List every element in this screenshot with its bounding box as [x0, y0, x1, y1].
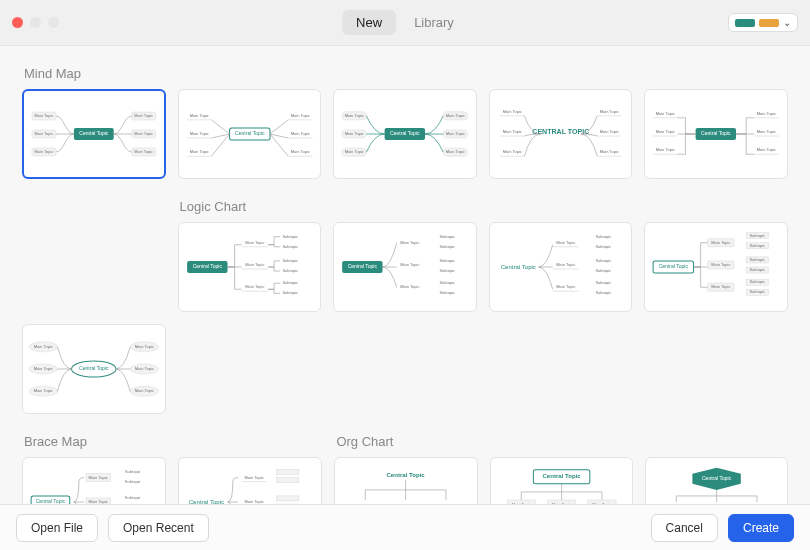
template-mind-map-4[interactable]: CENTRAL TOPIC Main Topic Main Topic Main… — [489, 89, 633, 179]
template-mind-map-2[interactable]: Central Topic Main Topic Main Topic Main… — [178, 89, 322, 179]
svg-text:Main Topic: Main Topic — [556, 240, 575, 245]
svg-text:Main Topic: Main Topic — [656, 147, 675, 152]
svg-text:Main Topic: Main Topic — [34, 113, 53, 118]
svg-text:Main Topic: Main Topic — [345, 131, 364, 136]
svg-text:Main Topic: Main Topic — [189, 113, 208, 118]
svg-text:Subtopic: Subtopic — [750, 279, 766, 284]
svg-text:Central Topic: Central Topic — [235, 130, 265, 136]
svg-text:Main Topic: Main Topic — [656, 111, 675, 116]
template-logic-chart-2[interactable]: Central Topic Main TopicMain TopicMain T… — [333, 222, 477, 312]
maximize-window-icon[interactable] — [48, 17, 59, 28]
template-mind-map-6[interactable]: Central Topic Main Topic Main Topic Main… — [22, 324, 166, 414]
svg-text:Central Topic: Central Topic — [387, 472, 426, 478]
svg-text:Main Topic: Main Topic — [502, 129, 521, 134]
svg-text:Central Topic: Central Topic — [79, 130, 108, 136]
svg-text:Main Topic: Main Topic — [556, 262, 575, 267]
svg-text:Main Topic: Main Topic — [135, 366, 154, 371]
svg-text:Main Topic: Main Topic — [245, 499, 264, 504]
template-logic-chart-3[interactable]: Central Topic Main Topic Main Topic Main… — [489, 222, 633, 312]
svg-text:Main Topic: Main Topic — [34, 344, 53, 349]
svg-text:Subtopic: Subtopic — [750, 267, 766, 272]
svg-text:Main Topic: Main Topic — [556, 284, 575, 289]
svg-text:Main Topic: Main Topic — [600, 149, 619, 154]
svg-text:Main Topic: Main Topic — [502, 109, 521, 114]
svg-text:Central Topic: Central Topic — [192, 263, 222, 269]
svg-text:Main Topic: Main Topic — [89, 475, 108, 480]
theme-picker[interactable]: ⌄ — [728, 13, 798, 32]
svg-text:Subtopic: Subtopic — [440, 280, 456, 285]
svg-text:CENTRAL TOPIC: CENTRAL TOPIC — [532, 128, 589, 135]
svg-rect-163 — [277, 478, 299, 483]
template-org-chart-2[interactable]: Central Topic Main Topic Main Topic Main… — [490, 457, 633, 504]
svg-text:Main Topic: Main Topic — [400, 284, 419, 289]
svg-text:Subtopic: Subtopic — [440, 258, 456, 263]
svg-text:Central Topic: Central Topic — [390, 130, 420, 136]
cancel-button[interactable]: Cancel — [651, 514, 718, 542]
svg-text:Main Topic: Main Topic — [134, 113, 153, 118]
svg-text:Subtopic: Subtopic — [750, 257, 766, 262]
svg-text:Main Topic: Main Topic — [757, 129, 776, 134]
svg-text:Main Topic: Main Topic — [189, 149, 208, 154]
svg-text:Main Topic: Main Topic — [245, 262, 264, 267]
svg-text:Subtopic: Subtopic — [595, 258, 611, 263]
mode-tabs: New Library — [342, 10, 468, 35]
svg-text:Main Topic: Main Topic — [446, 113, 465, 118]
svg-text:Main Topic: Main Topic — [135, 344, 154, 349]
template-brace-map-1[interactable]: Central Topic Main Topic Main Topic Main… — [22, 457, 166, 504]
template-brace-map-2[interactable]: Central Topic Main Topic Main Topic Main… — [178, 457, 322, 504]
template-mind-map-1[interactable]: Central Topic Main Topic Main Topic Main… — [22, 89, 166, 179]
svg-text:Main Topic: Main Topic — [290, 149, 309, 154]
svg-text:Central Topic: Central Topic — [348, 263, 378, 269]
create-button[interactable]: Create — [728, 514, 794, 542]
svg-text:Main Topic: Main Topic — [245, 240, 264, 245]
svg-text:Central Topic: Central Topic — [702, 130, 732, 136]
template-logic-chart-4[interactable]: Central Topic Main Topic Main Topic Main… — [644, 222, 788, 312]
svg-text:Main Topic: Main Topic — [290, 131, 309, 136]
svg-text:Subtopic: Subtopic — [282, 234, 298, 239]
section-org-chart-title: Org Chart — [336, 434, 788, 449]
template-logic-chart-1[interactable]: Central Topic Main Topic Main Topic Main… — [178, 222, 322, 312]
svg-text:Central Topic: Central Topic — [189, 498, 224, 504]
svg-text:Main Topic: Main Topic — [345, 149, 364, 154]
swatch-primary — [735, 19, 755, 27]
svg-text:Main Topic: Main Topic — [290, 113, 309, 118]
svg-text:Central Topic: Central Topic — [702, 475, 732, 481]
svg-text:Main Topic: Main Topic — [400, 262, 419, 267]
chevron-down-icon: ⌄ — [783, 17, 791, 28]
svg-text:Main Topic: Main Topic — [656, 129, 675, 134]
svg-text:Main Topic: Main Topic — [446, 149, 465, 154]
svg-text:Main Topic: Main Topic — [89, 499, 108, 504]
svg-text:Main Topic: Main Topic — [757, 147, 776, 152]
svg-text:Main Topic: Main Topic — [592, 502, 611, 504]
tab-new[interactable]: New — [342, 10, 396, 35]
svg-text:Subtopic: Subtopic — [595, 290, 611, 295]
svg-text:Main Topic: Main Topic — [34, 366, 53, 371]
svg-text:Main Topic: Main Topic — [396, 503, 415, 504]
template-mind-map-3[interactable]: Central Topic Main Topic Main Topic Main… — [333, 89, 477, 179]
template-org-chart-1[interactable]: Central Topic Main TopicMain TopicMain T… — [334, 457, 477, 504]
tab-library[interactable]: Library — [400, 10, 468, 35]
svg-text:Subtopic: Subtopic — [595, 234, 611, 239]
open-recent-button[interactable]: Open Recent — [108, 514, 209, 542]
template-gallery: Mind Map Central Topic Main Topic Main T… — [0, 46, 810, 504]
svg-text:Subtopic: Subtopic — [750, 243, 766, 248]
minimize-window-icon[interactable] — [30, 17, 41, 28]
svg-text:Subtopic: Subtopic — [440, 290, 456, 295]
svg-text:Subtopic: Subtopic — [750, 233, 766, 238]
open-file-button[interactable]: Open File — [16, 514, 98, 542]
svg-text:Main Topic: Main Topic — [437, 503, 456, 504]
close-window-icon[interactable] — [12, 17, 23, 28]
svg-text:Main Topic: Main Topic — [134, 131, 153, 136]
svg-text:Main Topic: Main Topic — [552, 502, 571, 504]
swatch-secondary — [759, 19, 779, 27]
template-org-chart-3[interactable]: Central Topic Main TopicMain TopicMain T… — [645, 457, 788, 504]
svg-text:Subtopic: Subtopic — [750, 289, 766, 294]
svg-text:Main Topic: Main Topic — [511, 502, 530, 504]
svg-text:Main Topic: Main Topic — [245, 284, 264, 289]
svg-text:Main Topic: Main Topic — [345, 113, 364, 118]
svg-text:Subtopic: Subtopic — [595, 268, 611, 273]
template-mind-map-5[interactable]: Central Topic Main Topic Main Topic Main… — [644, 89, 788, 179]
svg-text:Subtopic: Subtopic — [282, 290, 298, 295]
svg-rect-162 — [277, 469, 299, 474]
svg-text:Subtopic: Subtopic — [282, 258, 298, 263]
